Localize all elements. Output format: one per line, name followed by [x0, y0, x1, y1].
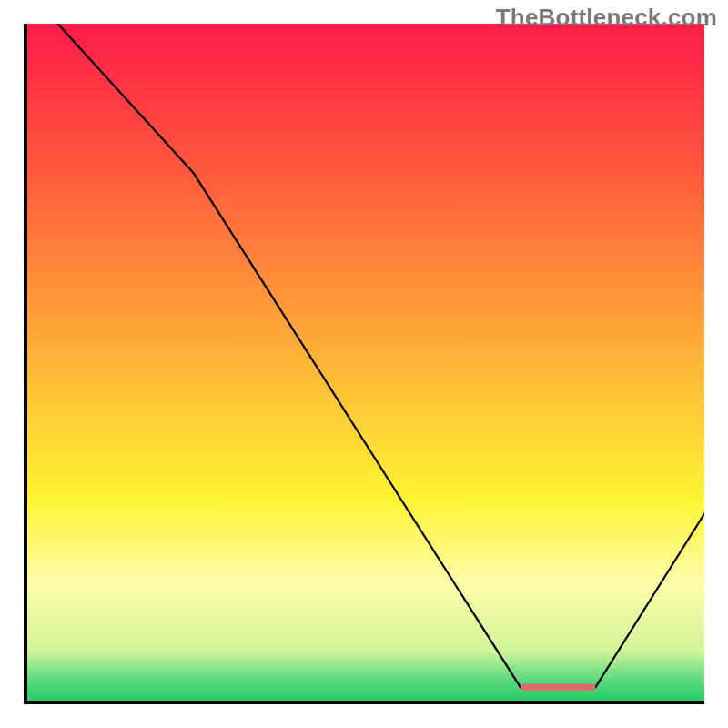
bottleneck-chart	[24, 24, 704, 704]
watermark-text: TheBottleneck.com	[496, 4, 717, 32]
chart-frame: TheBottleneck.com	[0, 0, 728, 728]
optimal-range-marker	[521, 684, 595, 691]
plot-background	[24, 24, 704, 704]
